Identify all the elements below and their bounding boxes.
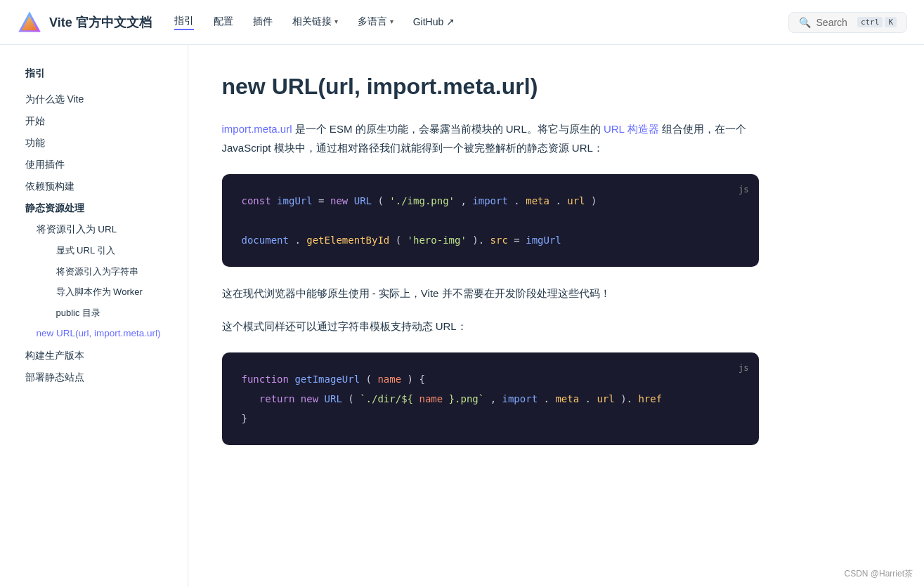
intro-paragraph: import.meta.url 是一个 ESM 的原生功能，会暴露当前模块的 U… — [222, 119, 759, 157]
sidebar-item-dep-prebuild[interactable]: 依赖预构建 — [22, 176, 176, 197]
code-block-2: js function getImageUrl ( name ) { retur… — [222, 352, 759, 445]
search-shortcut: ctrl K — [857, 17, 897, 27]
url-constructor-link[interactable]: URL 构造器 — [604, 123, 659, 135]
lang-arrow-icon: ▾ — [390, 18, 393, 25]
code-lang-badge-1: js — [738, 181, 748, 198]
sidebar-item-new-url[interactable]: new URL(url, import.meta.url) — [34, 323, 176, 344]
code2-line-3: } — [242, 409, 739, 428]
sidebar-item-import-url[interactable]: 将资源引入为 URL — [34, 219, 176, 240]
sidebar-item-static-assets[interactable]: 静态资源处理 — [22, 197, 176, 219]
sidebar-item-features[interactable]: 功能 — [22, 132, 176, 154]
import-meta-url-link[interactable]: import.meta.url — [222, 123, 292, 135]
sidebar-item-plugins[interactable]: 使用插件 — [22, 154, 176, 176]
search-button[interactable]: 🔍 Search ctrl K — [788, 12, 907, 33]
sidebar-item-why-vite[interactable]: 为什么选 Vite — [22, 88, 176, 110]
nav-item-github[interactable]: GitHub ↗ — [413, 16, 455, 29]
logo-text: Vite 官方中文文档 — [49, 14, 152, 31]
paragraph-2: 这在现代浏览器中能够原生使用 - 实际上，Vite 并不需要在开发阶段处理这些代… — [222, 284, 759, 303]
nav-item-guide[interactable]: 指引 — [174, 15, 194, 30]
sidebar-item-public-dir[interactable]: public 目录 — [53, 303, 176, 324]
sidebar-sub-group: 将资源引入为 URL 显式 URL 引入 将资源引入为字符串 导入脚本作为 Wo… — [22, 219, 176, 345]
code2-line-1: function getImageUrl ( name ) { — [242, 369, 739, 389]
code-line-3: document . getElementById ( 'hero-img' )… — [242, 230, 739, 250]
code-line-1: const imgUrl = new URL ( './img.png' , i… — [242, 191, 739, 211]
nav-item-plugins[interactable]: 插件 — [253, 15, 273, 29]
main-nav: 指引 配置 插件 相关链接 ▾ 多语言 ▾ GitHub ↗ — [174, 15, 766, 30]
nav-item-lang[interactable]: 多语言 ▾ — [358, 15, 393, 29]
page-title: new URL(url, import.meta.url) — [222, 73, 759, 100]
code-content-2: function getImageUrl ( name ) { return n… — [242, 369, 739, 428]
footer-credit: CSDN @Harriet茶 — [844, 568, 913, 580]
nav-item-config[interactable]: 配置 — [214, 15, 233, 29]
paragraph-3: 这个模式同样还可以通过字符串模板支持动态 URL： — [222, 317, 759, 336]
page-layout: 指引 为什么选 Vite 开始 功能 使用插件 依赖预构建 静态资源处理 将资源… — [6, 45, 919, 587]
code-block-1: js const imgUrl = new URL ( './img.png' … — [222, 174, 759, 267]
logo-area: Vite 官方中文文档 — [17, 10, 152, 35]
nav-item-links[interactable]: 相关链接 ▾ — [292, 15, 338, 29]
sidebar-item-import-string[interactable]: 将资源引入为字符串 — [53, 261, 176, 282]
vite-logo-icon — [17, 10, 42, 35]
sidebar-item-worker[interactable]: 导入脚本作为 Worker — [53, 282, 176, 303]
links-arrow-icon: ▾ — [334, 18, 338, 25]
intro-text-1: 是一个 ESM 的原生功能，会暴露当前模块的 URL。将它与原生的 — [295, 123, 601, 135]
sidebar-item-explicit-url[interactable]: 显式 URL 引入 — [53, 240, 176, 261]
sidebar-item-build[interactable]: 构建生产版本 — [22, 345, 176, 367]
k-key: K — [885, 17, 897, 27]
ctrl-key: ctrl — [857, 17, 883, 27]
sidebar: 指引 为什么选 Vite 开始 功能 使用插件 依赖预构建 静态资源处理 将资源… — [6, 45, 188, 587]
sidebar-item-deploy[interactable]: 部署静态站点 — [22, 367, 176, 388]
code-lang-badge-2: js — [738, 360, 748, 376]
main-content: new URL(url, import.meta.url) import.met… — [188, 45, 793, 587]
sidebar-sub2-group: 显式 URL 引入 将资源引入为字符串 导入脚本作为 Worker public… — [34, 240, 176, 323]
header: Vite 官方中文文档 指引 配置 插件 相关链接 ▾ 多语言 ▾ GitHub… — [0, 0, 924, 45]
sidebar-section-title: 指引 — [22, 67, 176, 80]
code-content-1: const imgUrl = new URL ( './img.png' , i… — [242, 191, 739, 250]
code2-line-2: return new URL ( `./dir/${ name }.png` ,… — [242, 389, 739, 409]
sidebar-item-start[interactable]: 开始 — [22, 110, 176, 132]
search-icon: 🔍 — [799, 17, 811, 28]
code-line-2 — [242, 211, 739, 230]
